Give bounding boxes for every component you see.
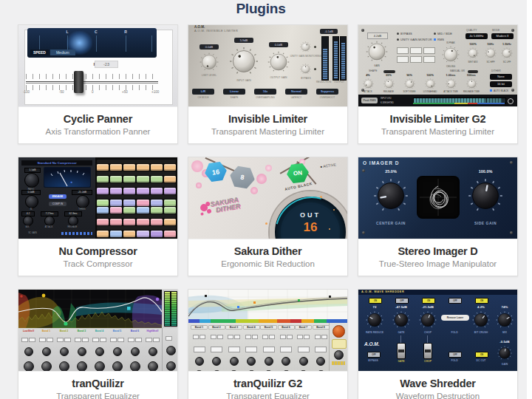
plugin-image-invisible-limiter-g2: 4.2dB GAIN BYPASS UNITY GAIN MONITOR MID… <box>358 25 517 106</box>
shape-label: SHAPE <box>218 96 250 99</box>
preset-button <box>164 176 176 183</box>
preset-button <box>97 200 109 206</box>
preset-button <box>151 188 163 194</box>
in-label: IN <box>25 208 37 211</box>
plugin-title: Stereo Imager D <box>358 245 517 257</box>
preset-button <box>110 231 122 237</box>
eq-band-column: Band 5 <box>260 325 277 371</box>
plugin-card-nu-compressor[interactable]: Standard Nu Compressor 1.5dB RATIO ● <box>18 157 178 276</box>
unity-gain-label: UNITY GAIN MONITORING <box>290 55 322 58</box>
plugin-card-stereo-imager-d[interactable]: O IMAGER D 25.0% CENTER GAIN 100.0% SIDE… <box>358 157 518 276</box>
plugin-title: Cyclic Panner <box>18 113 177 125</box>
dither-type-display: None <box>490 74 512 80</box>
plugin-card-wave-shredder[interactable]: A.O.M. WAVE SHREDDER ON 72 RATE REDUCE O… <box>358 289 518 399</box>
sc-gain-label: SC GAIN <box>21 231 44 234</box>
gate-label: GATE <box>386 331 416 334</box>
rate-reduce-knob <box>366 311 383 329</box>
latency-label: LATENCY <box>280 96 313 99</box>
eq-graph <box>188 290 347 319</box>
preset-grid <box>95 157 177 239</box>
output-meter-right <box>171 291 177 327</box>
oversampling-switch: 16x <box>254 89 276 95</box>
mode-display: Modern II <box>491 33 514 39</box>
panel-divider <box>329 323 330 371</box>
mix-value: 74% <box>491 305 517 309</box>
plugin-image-nu-compressor: Standard Nu Compressor 1.5dB RATIO ● <box>18 157 177 239</box>
release-time-label: RELEASE TIME <box>462 90 481 93</box>
attack-label: ATTACK <box>358 90 378 93</box>
auto-gain-box <box>332 339 347 349</box>
input-gain-knob <box>229 47 259 76</box>
bit-16-hex-button: 16 <box>203 160 228 183</box>
preset-section-header <box>97 214 176 218</box>
shape-switch: Linear <box>223 89 245 95</box>
eq-band-column: Band 3 <box>73 330 90 371</box>
preset-button <box>97 188 109 194</box>
sc-hpf-knob <box>485 47 497 59</box>
sc-lpf-value: 1.5kHz <box>497 43 516 46</box>
eq-band-column: Band 4 <box>243 325 260 371</box>
plugin-card-cyclic-panner[interactable]: L C R SPEED Medium PAN -23 -100 -50 0 +5… <box>18 24 178 144</box>
preset-button <box>97 231 109 237</box>
mix-knob <box>496 311 514 329</box>
gain-label: GAIN <box>367 64 386 67</box>
plugin-card-invisible-limiter-g2[interactable]: 4.2dB GAIN BYPASS UNITY GAIN MONITOR MID… <box>358 24 518 144</box>
magnifier-icon <box>508 98 514 104</box>
mini-meter <box>332 361 345 365</box>
fold-button: OFF <box>449 298 462 304</box>
eq-band-column: Band 6 <box>126 330 143 371</box>
bypass-toggle: BYPASS <box>397 32 412 35</box>
plugin-title: Invisible Limiter G2 <box>358 113 517 125</box>
eq-band-column: Band 8 <box>313 325 330 371</box>
plugin-name-text: A.O.M. WAVE SHREDDER <box>358 290 517 295</box>
pan-slider-track <box>26 81 158 83</box>
release-label: RELEASE <box>64 225 81 228</box>
scrollbar-track[interactable] <box>527 0 532 399</box>
bypass-label: BYPASS <box>290 77 322 80</box>
plugin-card-sakura-dither[interactable]: 16 8 ON AUTO BLACK ● ACTIVE SAKURA DITHE… <box>188 157 348 276</box>
ceiling-knob <box>442 46 460 64</box>
output-dial: OUT 16 <box>270 191 347 239</box>
plugin-card-tranquilizr[interactable]: LowShelf Band 1 Band 2 Band 3 Band 4 Ban… <box>18 289 178 399</box>
input-gain-label: INPUT GAIN <box>228 79 260 82</box>
eq-band-column: LowShelf <box>20 330 37 371</box>
thres-knob <box>76 195 89 208</box>
preset-section-header <box>97 160 176 163</box>
attack-knob <box>44 216 55 226</box>
goniometer-scope <box>417 176 460 219</box>
preset-button <box>97 207 109 214</box>
panel-divider <box>162 328 163 371</box>
bypass-knob <box>300 64 311 75</box>
gain-label: GAIN <box>490 363 517 366</box>
lookahead-label: LOOKAHEAD <box>420 90 440 93</box>
plugin-title: Invisible Limiter <box>188 113 347 125</box>
aom-logo: A.O.M. <box>364 341 380 347</box>
engage-button: ENGAGE <box>49 194 66 199</box>
side-gain-value: 100.0% <box>469 169 502 174</box>
wet-mix-knob <box>467 47 479 59</box>
slider-ticks-top <box>26 74 158 79</box>
plugin-subtitle: Track Compressor <box>18 259 177 268</box>
output-meter-left <box>164 291 171 327</box>
attack-knob <box>363 78 374 89</box>
reduction-meter <box>321 36 329 81</box>
plugin-image-sakura-dither: 16 8 ON AUTO BLACK ● ACTIVE SAKURA DITHE… <box>188 157 347 239</box>
compressor-panel: Standard Nu Compressor 1.5dB RATIO ● <box>18 157 95 239</box>
bit-crush-button: ON <box>475 298 488 304</box>
in-value: 0.0dB <box>21 190 41 195</box>
dc-cut-button: ON <box>475 352 488 358</box>
fold-label: FOLD <box>440 331 469 334</box>
preset-button <box>123 200 135 206</box>
shape-label: SHAPE <box>369 69 378 72</box>
plugin-card-invisible-limiter[interactable]: A.O.M. A.O.M. INVISIBLE LIMITER 0.0dB LI… <box>188 24 348 144</box>
ch-mode-label: CH MODE <box>188 96 219 99</box>
preset-button <box>123 188 135 194</box>
speed-label: SPEED <box>30 50 49 55</box>
bypass-button: OFF <box>367 352 381 358</box>
plugin-image-tranquilizr: LowShelf Band 1 Band 2 Band 3 Band 4 Ban… <box>18 290 177 371</box>
chop-switch <box>423 343 432 359</box>
chop-switch-label: CHOP <box>413 360 443 363</box>
plugin-card-tranquilizr-g2[interactable]: Band 1 Band 2 Band 3 Band 4 Band 5 Band … <box>188 289 348 399</box>
shape-slider <box>383 70 395 73</box>
output-gain-value: 0.0dB <box>269 42 288 47</box>
